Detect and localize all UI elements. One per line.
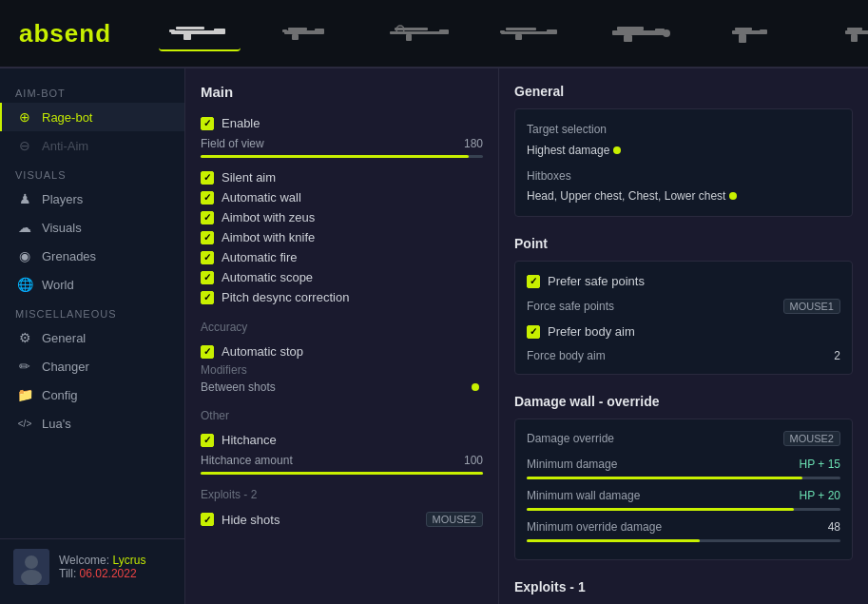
weapon-lmg[interactable] [600,16,682,50]
target-value-row[interactable]: Highest damage [527,140,840,161]
automatic-stop-item[interactable]: Automatic stop [201,341,483,361]
svg-rect-30 [847,28,862,30]
sidebar-item-world[interactable]: 🌐 World [0,270,184,299]
weapon-sniper[interactable] [379,16,461,50]
automatic-wall-item[interactable]: Automatic wall [201,187,483,207]
svg-rect-17 [547,29,557,34]
automatic-wall-checkbox[interactable] [201,191,214,205]
fov-slider-track[interactable] [201,155,483,158]
aimbot-zeus-item[interactable]: Aimbot with zeus [201,207,483,227]
sidebar-section-aimbot: Aim-bot [0,78,184,103]
lua-icon: </> [17,416,32,431]
prefer-body-checkbox[interactable] [527,325,540,339]
aimbot-knife-item[interactable]: Aimbot with knife [201,227,483,247]
weapon-dmr[interactable] [490,16,571,50]
main-panel-title: Main [201,84,483,100]
enable-checkbox[interactable] [201,117,214,130]
world-icon: 🌐 [17,277,32,292]
prefer-body-label: Prefer body aim [548,324,635,339]
min-damage-value: HP + 15 [800,458,840,471]
hitchance-slider-track[interactable] [201,472,483,475]
other-divider: Other [201,409,483,422]
damage-override-label: Damage override [527,432,614,445]
weapon-assault-rifle[interactable] [159,15,241,51]
changer-icon: ✏ [17,359,32,374]
svg-rect-27 [739,34,746,43]
automatic-scope-checkbox[interactable] [201,271,214,284]
target-selection-row: Target selection [527,119,840,140]
sidebar-item-general[interactable]: ⚙ General [0,323,184,352]
enable-item[interactable]: Enable [201,113,483,133]
min-override-damage-row: Minimum override damage 48 [527,518,840,536]
aimbot-knife-checkbox[interactable] [201,231,214,244]
svg-point-34 [25,555,38,569]
sidebar-item-label: General [42,331,86,345]
prefer-safe-item[interactable]: Prefer safe points [527,271,840,291]
top-bar: absend [0,0,868,68]
min-damage-slider[interactable] [527,477,840,479]
aimbot-zeus-label: Aimbot with zeus [222,210,315,224]
sidebar-item-label: Config [42,388,78,402]
svg-point-24 [663,29,670,37]
svg-rect-2 [214,29,225,34]
svg-rect-20 [612,30,662,35]
sidebar-item-players[interactable]: ♟ Players [0,185,184,213]
force-body-value: 2 [834,349,840,362]
sidebar-item-anti-aim[interactable]: ⊖ Anti-Aim [0,131,184,160]
pitch-desync-label: Pitch desync correction [222,290,349,304]
svg-rect-21 [617,27,644,30]
prefer-body-item[interactable]: Prefer body aim [527,321,840,341]
min-wall-damage-slider[interactable] [527,508,840,511]
hitchance-item[interactable]: Hitchance [201,430,483,450]
sidebar-item-changer[interactable]: ✏ Changer [0,352,184,380]
svg-rect-19 [500,30,505,33]
weapon-smg[interactable] [269,16,351,50]
sidebar-item-label: Rage-bot [42,110,92,125]
point-title: Point [514,236,853,251]
force-safe-row: Force safe points MOUSE1 [527,297,840,316]
automatic-scope-item[interactable]: Automatic scope [201,267,483,287]
general-box: Target selection Highest damage Hitboxes [514,108,853,217]
min-override-damage-slider[interactable] [527,539,840,542]
svg-rect-26 [735,28,752,30]
pitch-desync-item[interactable]: Pitch desync correction [201,287,483,307]
sidebar-item-lua[interactable]: </> Lua's [0,409,184,438]
svg-rect-28 [760,29,767,34]
silent-aim-checkbox[interactable] [201,171,214,185]
point-box: Prefer safe points Force safe points MOU… [514,261,853,375]
hitchance-checkbox[interactable] [201,434,214,447]
svg-rect-1 [176,27,204,29]
automatic-stop-checkbox[interactable] [201,345,214,359]
avatar [13,549,49,585]
svg-rect-3 [183,33,191,40]
silent-aim-item[interactable]: Silent aim [201,167,483,187]
damage-override-row: Damage override MOUSE2 [527,429,840,448]
svg-rect-29 [845,30,868,34]
sidebar-item-label: Anti-Aim [42,139,88,153]
between-shots-dot [472,383,479,391]
hide-shots-checkbox[interactable] [201,513,214,526]
aimbot-knife-label: Aimbot with knife [222,230,315,244]
sidebar-item-rage-bot[interactable]: ⊕ Rage-bot [0,103,184,131]
fov-slider-fill [201,155,469,158]
automatic-fire-item[interactable]: Automatic fire [201,247,483,267]
pitch-desync-checkbox[interactable] [201,291,214,304]
sidebar-item-visuals[interactable]: ☁ Visuals [0,213,184,242]
silent-aim-label: Silent aim [222,170,276,185]
sidebar-item-grenades[interactable]: ◉ Grenades [0,242,184,270]
weapon-pistol1[interactable] [710,16,792,50]
automatic-fire-checkbox[interactable] [201,251,214,264]
min-override-damage-value: 48 [828,520,840,534]
svg-rect-7 [315,29,324,34]
sidebar-item-label: Visuals [42,221,82,235]
hide-shots-item[interactable]: Hide shots MOUSE2 [201,509,483,530]
sidebar-item-config[interactable]: 📁 Config [0,380,184,409]
hitboxes-value-row[interactable]: Head, Upper chest, Chest, Lower chest [527,185,840,206]
exploits-divider: Exploits - 2 [201,488,483,501]
aimbot-zeus-checkbox[interactable] [201,211,214,224]
hitchance-label: Hitchance [222,433,277,447]
svg-rect-18 [515,34,522,40]
prefer-safe-checkbox[interactable] [527,275,540,288]
svg-point-35 [21,570,42,585]
weapon-pistol2[interactable] [820,16,868,50]
